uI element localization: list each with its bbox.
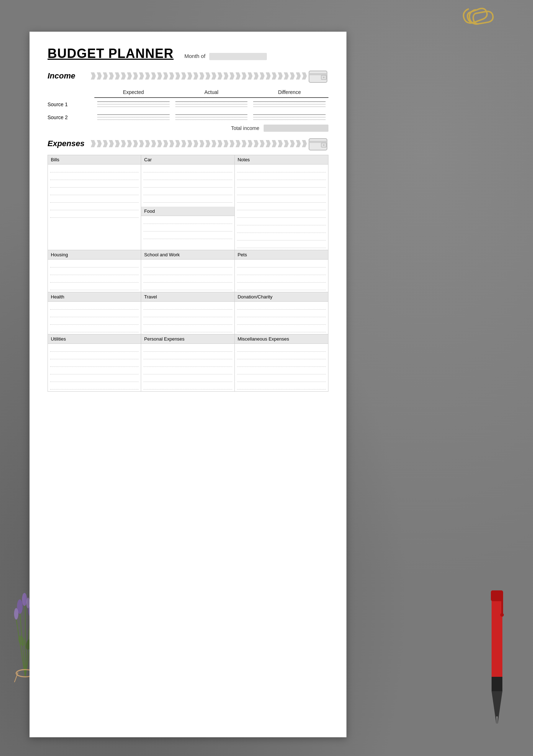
svg-rect-28: [309, 141, 327, 143]
notes-category: Notes: [235, 155, 328, 250]
paper: BUDGET PLANNER Month of Income: [30, 32, 346, 737]
travel-category: Travel: [141, 292, 234, 334]
expense-row-3: Health Travel Dona: [48, 292, 328, 334]
income-wallet-icon: [308, 68, 328, 84]
pets-category: Pets: [235, 250, 328, 292]
source2-difference[interactable]: [250, 112, 328, 122]
paperclip-decoration: [454, 4, 497, 32]
car-category: Car Food: [141, 155, 234, 250]
personal-expenses-category: Personal Expenses: [141, 334, 234, 391]
travel-title: Travel: [141, 292, 234, 302]
car-lines: [141, 165, 234, 204]
expense-row-1: Bills Car: [48, 155, 328, 250]
source1-expected[interactable]: [94, 99, 173, 109]
food-lines: [141, 216, 234, 241]
bills-lines: [48, 165, 141, 220]
donation-lines: [235, 302, 328, 334]
source2-expected[interactable]: [94, 112, 173, 122]
total-income-label: Total income: [231, 125, 259, 131]
income-chevron-bg: [91, 71, 307, 81]
income-col-headers: Expected Actual Difference: [48, 87, 328, 98]
svg-line-3: [16, 619, 25, 677]
actual-header: Actual: [173, 87, 251, 98]
income-label: Income: [48, 71, 79, 81]
food-title: Food: [141, 207, 234, 216]
health-title: Health: [48, 292, 141, 302]
source2-actual[interactable]: [173, 112, 251, 122]
month-of-section: Month of: [184, 53, 267, 60]
misc-expenses-category: Miscellaneous Expenses: [235, 334, 328, 391]
expenses-label: Expenses: [48, 139, 88, 148]
svg-rect-18: [492, 677, 502, 691]
notes-title: Notes: [235, 155, 328, 165]
svg-point-26: [323, 77, 324, 78]
expenses-wallet-icon: [308, 136, 328, 152]
total-income-row: Total income: [48, 125, 328, 132]
header: BUDGET PLANNER Month of: [48, 46, 328, 61]
bills-title: Bills: [48, 155, 141, 165]
personal-expenses-lines: [141, 344, 234, 391]
svg-rect-16: [492, 590, 502, 691]
source1-actual[interactable]: [173, 99, 251, 109]
utilities-category: Utilities: [48, 334, 141, 391]
svg-point-11: [17, 635, 26, 647]
svg-rect-17: [491, 590, 503, 601]
source1-difference[interactable]: [250, 99, 328, 109]
svg-rect-24: [309, 73, 327, 75]
school-work-title: School and Work: [141, 250, 234, 260]
income-source1-row: Source 1: [48, 99, 328, 109]
school-work-lines: [141, 260, 234, 292]
income-section-header: Income: [48, 71, 328, 81]
svg-point-22: [500, 613, 504, 617]
notes-lines: [235, 165, 328, 250]
school-work-category: School and Work: [141, 250, 234, 292]
income-source2-row: Source 2: [48, 112, 328, 122]
expenses-chevron-bg: [91, 139, 307, 149]
housing-lines: [48, 260, 141, 292]
expense-row-2: Housing School and Work: [48, 250, 328, 292]
expenses-section-header: Expenses: [48, 139, 328, 148]
health-category: Health: [48, 292, 141, 334]
expenses-grid: Bills Car: [48, 155, 328, 392]
svg-point-30: [323, 144, 324, 146]
page-title: BUDGET PLANNER: [48, 46, 174, 61]
total-income-box[interactable]: [264, 125, 328, 132]
source2-label: Source 2: [48, 112, 94, 122]
svg-point-8: [14, 608, 18, 620]
travel-lines: [141, 302, 234, 334]
expected-header: Expected: [94, 87, 173, 98]
personal-expenses-title: Personal Expenses: [141, 334, 234, 344]
pets-lines: [235, 260, 328, 292]
income-table: Expected Actual Difference Source 1: [48, 87, 328, 132]
pen-decoration: [483, 590, 511, 727]
misc-expenses-lines: [235, 344, 328, 391]
svg-point-6: [22, 593, 27, 606]
month-line: [209, 53, 267, 60]
misc-expenses-title: Miscellaneous Expenses: [235, 334, 328, 344]
difference-header: Difference: [250, 87, 328, 98]
housing-title: Housing: [48, 250, 141, 260]
pets-title: Pets: [235, 250, 328, 260]
car-title: Car: [141, 155, 234, 165]
utilities-title: Utilities: [48, 334, 141, 344]
utilities-lines: [48, 344, 141, 391]
donation-category: Donation/Charity: [235, 292, 328, 334]
source1-label: Source 1: [48, 99, 94, 109]
svg-rect-21: [501, 592, 503, 614]
health-lines: [48, 302, 141, 334]
donation-title: Donation/Charity: [235, 292, 328, 302]
housing-category: Housing: [48, 250, 141, 292]
expense-row-4: Utilities Personal Expenses: [48, 334, 328, 392]
bills-category: Bills: [48, 155, 141, 250]
month-of-label: Month of: [184, 53, 205, 59]
